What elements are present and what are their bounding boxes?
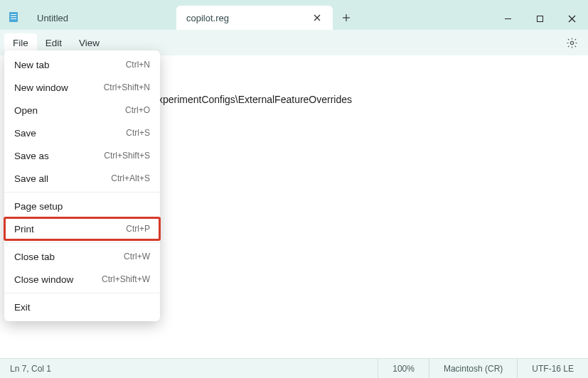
file-menu-dropdown: New tabCtrl+NNew windowCtrl+Shift+NOpenC… bbox=[4, 50, 160, 321]
menu-item-shortcut: Ctrl+Shift+N bbox=[104, 82, 150, 92]
menu-item-shortcut: Ctrl+Shift+S bbox=[104, 151, 150, 161]
menu-item-label: Save bbox=[14, 128, 36, 139]
add-tab-button[interactable] bbox=[336, 7, 357, 28]
status-bar: Ln 7, Col 1 100% Macintosh (CR) UTF-16 L… bbox=[0, 358, 588, 378]
menu-item-label: Close window bbox=[14, 274, 73, 285]
menu-item-open[interactable]: OpenCtrl+O bbox=[4, 99, 160, 122]
svg-rect-2 bbox=[11, 16, 16, 17]
menu-edit[interactable]: Edit bbox=[37, 33, 70, 53]
menu-item-shortcut: Ctrl+N bbox=[126, 60, 150, 70]
menu-item-exit[interactable]: Exit bbox=[4, 296, 160, 318]
menu-item-close-window[interactable]: Close windowCtrl+Shift+W bbox=[4, 268, 160, 291]
menu-item-shortcut: Ctrl+O bbox=[125, 105, 150, 115]
menu-item-shortcut: Ctrl+P bbox=[126, 224, 150, 234]
menu-item-label: Open bbox=[14, 105, 38, 116]
tab-copilot-reg[interactable]: copilot.reg bbox=[176, 6, 333, 30]
close-tab-icon[interactable] bbox=[311, 12, 323, 23]
line-ending[interactable]: Macintosh (CR) bbox=[429, 359, 517, 378]
menu-item-save-as[interactable]: Save asCtrl+Shift+S bbox=[4, 144, 160, 167]
menu-item-print[interactable]: PrintCtrl+P bbox=[4, 217, 160, 240]
menu-item-label: Save as bbox=[14, 151, 49, 161]
svg-rect-1 bbox=[11, 14, 16, 15]
menu-item-close-tab[interactable]: Close tabCtrl+W bbox=[4, 245, 160, 268]
menu-item-shortcut: Ctrl+Alt+S bbox=[111, 173, 150, 183]
tab-untitled[interactable]: Untitled bbox=[27, 6, 176, 30]
menu-item-label: Close tab bbox=[14, 252, 55, 262]
menu-item-shortcut: Ctrl+S bbox=[126, 128, 150, 138]
maximize-button[interactable] bbox=[524, 7, 556, 30]
settings-button[interactable] bbox=[561, 32, 582, 53]
minimize-button[interactable] bbox=[492, 7, 524, 30]
cursor-position: Ln 7, Col 1 bbox=[0, 364, 61, 374]
window-controls bbox=[492, 7, 588, 30]
menu-item-new-window[interactable]: New windowCtrl+Shift+N bbox=[4, 76, 160, 99]
menu-item-shortcut: Ctrl+W bbox=[124, 252, 150, 261]
zoom-level[interactable]: 100% bbox=[378, 359, 429, 378]
notepad-icon bbox=[0, 11, 27, 30]
menu-item-label: Exit bbox=[14, 302, 31, 313]
menu-file[interactable]: File bbox=[4, 33, 37, 53]
tab-label: Untitled bbox=[37, 13, 68, 23]
menu-item-label: New tab bbox=[14, 60, 50, 70]
menu-item-label: New window bbox=[14, 82, 68, 93]
menu-item-shortcut: Ctrl+Shift+W bbox=[102, 274, 150, 284]
menu-item-label: Print bbox=[14, 224, 34, 234]
menu-item-label: Save all bbox=[14, 173, 48, 184]
svg-point-12 bbox=[570, 41, 573, 44]
encoding[interactable]: UTF-16 LE bbox=[517, 359, 588, 378]
menu-item-new-tab[interactable]: New tabCtrl+N bbox=[4, 53, 160, 76]
menu-item-page-setup[interactable]: Page setup bbox=[4, 195, 160, 217]
menu-item-save[interactable]: SaveCtrl+S bbox=[4, 122, 160, 144]
title-bar: Untitled copilot.reg bbox=[0, 0, 588, 30]
svg-rect-9 bbox=[538, 16, 543, 21]
close-window-button[interactable] bbox=[556, 7, 588, 30]
menu-view[interactable]: View bbox=[70, 33, 108, 53]
menu-item-label: Page setup bbox=[14, 201, 63, 212]
menu-item-save-all[interactable]: Save allCtrl+Alt+S bbox=[4, 167, 160, 190]
svg-rect-3 bbox=[11, 18, 16, 19]
tab-label: copilot.reg bbox=[186, 13, 229, 23]
